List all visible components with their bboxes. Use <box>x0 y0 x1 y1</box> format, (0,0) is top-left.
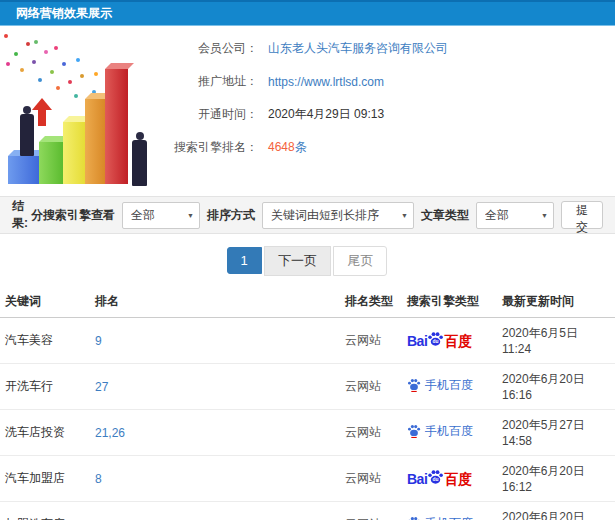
cell-keyword: 加盟洗车店 <box>0 502 90 520</box>
header-updated: 最新更新时间 <box>497 286 615 318</box>
cell-updated: 2020年6月20日 16:16 <box>497 364 615 410</box>
engine-rank-unit: 条 <box>295 140 307 154</box>
table-row: 汽车加盟店 8 云网站 Bai du 百度 2020年6月20日 16:12 <box>0 456 615 502</box>
header-rank-type: 排名类型 <box>340 286 402 318</box>
cell-keyword: 汽车美容 <box>0 318 90 364</box>
filter-controls: 分搜索引擎查看 全部 排序方式 关键词由短到长排序 文章类型 全部 提交 <box>31 201 603 229</box>
top-header-bar: 网络营销效果展示 <box>0 0 615 26</box>
mobile-baidu-paw-icon <box>407 424 421 438</box>
cell-rank-type: 云网站 <box>340 502 402 520</box>
growth-arrow-shaft <box>38 109 46 126</box>
cell-keyword: 汽车加盟店 <box>0 456 90 502</box>
results-table-body: 汽车美容 9 云网站 Bai du 百度 2020年6月5日 11:24 开洗车… <box>0 318 615 520</box>
svg-text:du: du <box>433 339 439 344</box>
cell-rank-type: 云网站 <box>340 410 402 456</box>
baidu-paw-icon: du <box>427 469 444 486</box>
cell-engine-type: 手机百度 <box>402 364 497 410</box>
table-row: 开洗车行 27 云网站 手机百度 2020年6月20日 16:16 <box>0 364 615 410</box>
rank-link[interactable]: 21,26 <box>95 426 125 440</box>
cell-rank: 21,26 <box>90 410 340 456</box>
header-engine-type: 搜索引擎类型 <box>402 286 497 318</box>
member-company-label: 会员公司： <box>158 40 258 57</box>
cell-rank-type: 云网站 <box>340 456 402 502</box>
mobile-baidu-paw-icon <box>407 516 421 520</box>
open-time-row: 开通时间： 2020年4月29日 09:13 <box>158 106 615 123</box>
engine-rank-value: 4648条 <box>268 139 307 156</box>
engine-rank-row: 搜索引擎排名： 4648条 <box>158 139 615 156</box>
cell-rank: 25,28,28 <box>90 502 340 520</box>
page-title: 网络营销效果展示 <box>0 2 615 25</box>
page: 网络营销效果展示 会员公司： 山东老人头汽车服务咨询有限公司 推广地址： htt… <box>0 0 615 520</box>
cell-rank-type: 云网站 <box>340 318 402 364</box>
sort-filter-label: 排序方式 <box>207 207 255 224</box>
cell-updated: 2020年6月20日 16:12 <box>497 456 615 502</box>
pagination: 1 下一页 尾页 <box>0 234 615 286</box>
rank-link[interactable]: 9 <box>95 334 102 348</box>
mobile-baidu-logo: 手机百度 <box>407 424 473 438</box>
cell-engine-type: Bai du 百度 <box>402 318 497 364</box>
type-select[interactable]: 全部 <box>476 202 554 229</box>
open-time-label: 开通时间： <box>158 106 258 123</box>
page-1-button[interactable]: 1 <box>227 247 262 274</box>
submit-button[interactable]: 提交 <box>561 201 603 229</box>
baidu-logo-cn-text: 百度 <box>444 334 472 348</box>
promo-url-row: 推广地址： https://www.lrtlsd.com <box>158 73 615 90</box>
baidu-logo: Bai du 百度 <box>407 331 472 350</box>
engine-select[interactable]: 全部 <box>122 202 200 229</box>
sort-select-wrap: 关键词由短到长排序 <box>262 202 414 229</box>
cell-rank: 8 <box>90 456 340 502</box>
table-header-row: 关键词 排名 排名类型 搜索引擎类型 最新更新时间 <box>0 286 615 318</box>
next-page-button[interactable]: 下一页 <box>264 246 331 276</box>
table-row: 加盟洗车店 25,28,28 云网站 手机百度 2020年6月20日 16:11 <box>0 502 615 520</box>
mobile-baidu-label: 手机百度 <box>425 425 473 437</box>
header-keyword: 关键词 <box>0 286 90 318</box>
illustration-bar-green <box>39 142 66 184</box>
svg-text:du: du <box>433 477 439 482</box>
table-row: 汽车美容 9 云网站 Bai du 百度 2020年6月5日 11:24 <box>0 318 615 364</box>
cell-engine-type: Bai du 百度 <box>402 456 497 502</box>
engine-rank-count: 4648 <box>268 140 295 154</box>
mobile-baidu-logo: 手机百度 <box>407 378 473 392</box>
promo-url-link[interactable]: https://www.lrtlsd.com <box>268 75 384 89</box>
result-label: 结果: <box>12 198 31 232</box>
cell-rank-type: 云网站 <box>340 364 402 410</box>
cell-rank: 27 <box>90 364 340 410</box>
illustration-bar-blue <box>8 156 41 184</box>
table-row: 洗车店投资 21,26 云网站 手机百度 2020年5月27日 14:58 <box>0 410 615 456</box>
header-rank: 排名 <box>90 286 340 318</box>
sort-select[interactable]: 关键词由短到长排序 <box>262 202 414 229</box>
member-company-link[interactable]: 山东老人头汽车服务咨询有限公司 <box>268 40 448 57</box>
cell-keyword: 开洗车行 <box>0 364 90 410</box>
type-filter-label: 文章类型 <box>421 207 469 224</box>
open-time-value: 2020年4月29日 09:13 <box>268 106 384 123</box>
engine-select-wrap: 全部 <box>122 202 200 229</box>
cell-engine-type: 手机百度 <box>402 410 497 456</box>
cell-engine-type: 手机百度 <box>402 502 497 520</box>
last-page-button[interactable]: 尾页 <box>333 246 387 276</box>
businessman-left-figure <box>20 114 34 156</box>
baidu-logo: Bai du 百度 <box>407 469 472 488</box>
promo-url-label: 推广地址： <box>158 73 258 90</box>
engine-rank-label: 搜索引擎排名： <box>158 139 258 156</box>
baidu-logo-bai-text: Bai <box>407 334 427 348</box>
mobile-baidu-label: 手机百度 <box>425 379 473 391</box>
illustration-bar-red <box>105 69 128 184</box>
engine-filter-label: 分搜索引擎查看 <box>31 207 115 224</box>
mobile-baidu-logo: 手机百度 <box>407 516 473 520</box>
mobile-baidu-paw-icon <box>407 378 421 392</box>
baidu-paw-icon: du <box>427 331 444 348</box>
filter-bar: 结果: 分搜索引擎查看 全部 排序方式 关键词由短到长排序 文章类型 全部 提交 <box>0 196 615 234</box>
rank-link[interactable]: 27 <box>95 380 108 394</box>
cell-rank: 9 <box>90 318 340 364</box>
cell-updated: 2020年6月20日 16:11 <box>497 502 615 520</box>
baidu-logo-bai-text: Bai <box>407 472 427 486</box>
confetti-dots <box>4 34 8 38</box>
results-table: 关键词 排名 排名类型 搜索引擎类型 最新更新时间 汽车美容 9 云网站 Bai… <box>0 286 615 520</box>
bar-chart-illustration <box>0 30 158 194</box>
type-select-wrap: 全部 <box>476 202 554 229</box>
cell-updated: 2020年6月5日 11:24 <box>497 318 615 364</box>
member-info: 会员公司： 山东老人头汽车服务咨询有限公司 推广地址： https://www.… <box>158 30 615 196</box>
cell-keyword: 洗车店投资 <box>0 410 90 456</box>
member-company-row: 会员公司： 山东老人头汽车服务咨询有限公司 <box>158 40 615 57</box>
rank-link[interactable]: 8 <box>95 472 102 486</box>
